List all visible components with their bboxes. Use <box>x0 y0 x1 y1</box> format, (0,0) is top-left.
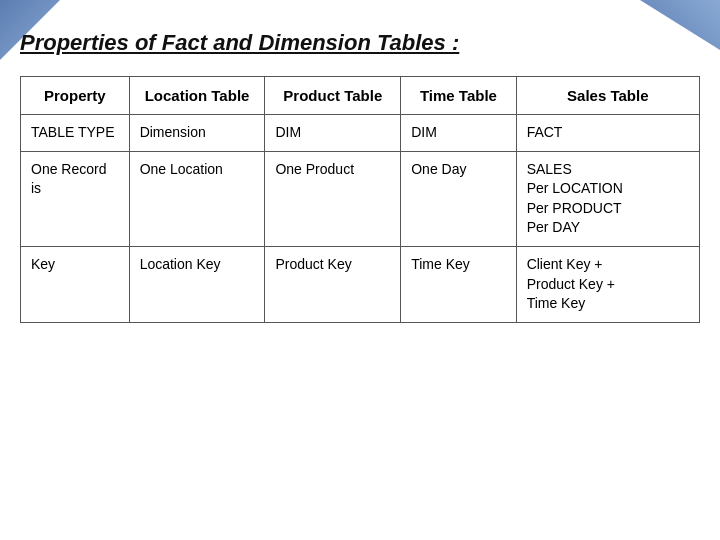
cell-time-row2: Time Key <box>401 246 516 322</box>
header-location: Location Table <box>129 77 265 115</box>
cell-sales-row1: SALESPer LOCATIONPer PRODUCTPer DAY <box>516 151 699 246</box>
cell-time-row0: DIM <box>401 115 516 152</box>
cell-location-row1: One Location <box>129 151 265 246</box>
page-title: Properties of Fact and Dimension Tables … <box>20 30 700 56</box>
cell-property-row0: TABLE TYPE <box>21 115 130 152</box>
table-row: TABLE TYPEDimensionDIMDIMFACT <box>21 115 700 152</box>
cell-sales-row2: Client Key +Product Key +Time Key <box>516 246 699 322</box>
header-time: Time Table <box>401 77 516 115</box>
page-content: Properties of Fact and Dimension Tables … <box>20 30 700 520</box>
cell-product-row2: Product Key <box>265 246 401 322</box>
cell-sales-row0: FACT <box>516 115 699 152</box>
cell-time-row1: One Day <box>401 151 516 246</box>
cell-property-row1: One Record is <box>21 151 130 246</box>
table-row: One Record isOne LocationOne ProductOne … <box>21 151 700 246</box>
cell-location-row0: Dimension <box>129 115 265 152</box>
header-property: Property <box>21 77 130 115</box>
table-row: KeyLocation KeyProduct KeyTime KeyClient… <box>21 246 700 322</box>
cell-location-row2: Location Key <box>129 246 265 322</box>
header-sales: Sales Table <box>516 77 699 115</box>
cell-product-row1: One Product <box>265 151 401 246</box>
cell-property-row2: Key <box>21 246 130 322</box>
dimension-table: Property Location Table Product Table Ti… <box>20 76 700 323</box>
header-product: Product Table <box>265 77 401 115</box>
cell-product-row0: DIM <box>265 115 401 152</box>
table-header-row: Property Location Table Product Table Ti… <box>21 77 700 115</box>
